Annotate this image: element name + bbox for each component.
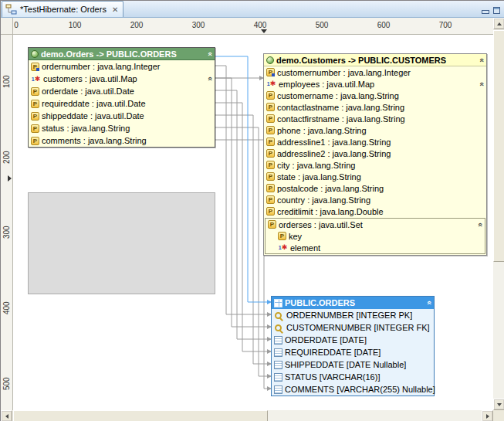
ruler-label: 100: [2, 69, 11, 95]
field-row-phone[interactable]: phone : java.lang.String: [264, 124, 486, 136]
field-row-addressline1[interactable]: addressline1 : java.lang.String: [264, 136, 486, 148]
primary-key-icon: [274, 311, 284, 320]
field-label: city : java.lang.String: [277, 161, 356, 170]
orderses-collection-box[interactable]: orderses : java.util.Set key element: [265, 218, 485, 254]
scroll-up-button[interactable]: [493, 18, 504, 29]
property-icon: [266, 184, 275, 192]
collapse-icon[interactable]: [206, 76, 214, 81]
column-label: SHIPPEDDATE [DATE Nullable]: [285, 360, 406, 369]
field-row-status[interactable]: status : java.lang.String: [29, 122, 215, 134]
mapped-class-icon: [31, 50, 39, 58]
column-row-ordernumber[interactable]: ORDERNUMBER [INTEGER PK]: [272, 309, 434, 321]
field-label: contactfirstname : java.lang.String: [277, 114, 405, 124]
field-row-orderdate[interactable]: orderdate : java.util.Date: [29, 85, 215, 97]
table-icon: [274, 299, 282, 307]
column-icon: [274, 348, 282, 357]
column-icon: [274, 373, 282, 382]
property-icon: [266, 126, 275, 134]
field-row-contactlastname[interactable]: contactlastname : java.lang.String: [264, 101, 486, 113]
property-icon: [266, 161, 275, 169]
orders-table-title: PUBLIC.ORDERS: [285, 298, 355, 307]
field-row-requireddate[interactable]: requireddate : java.util.Date: [29, 97, 215, 110]
orders-table-box[interactable]: PUBLIC.ORDERS ORDERNUMBER [INTEGER PK] C…: [271, 296, 435, 396]
column-icon: [274, 361, 282, 369]
many-to-one-icon: [278, 243, 288, 253]
collapse-icon[interactable]: [206, 52, 214, 56]
field-row-ordernumber[interactable]: ordernumber : java.lang.Integer: [29, 60, 215, 73]
field-row-creditlimit[interactable]: creditlimit : java.lang.Double: [264, 205, 486, 217]
collapse-icon[interactable]: [478, 82, 485, 87]
diagram-canvas[interactable]: demo.Orders -> PUBLIC.ORDERS ordernumber…: [13, 35, 493, 410]
vertical-ruler[interactable]: 100 200 300 400 500: [1, 35, 13, 410]
field-row-country[interactable]: country : java.lang.String: [264, 194, 486, 205]
orders-entity-header[interactable]: demo.Orders -> PUBLIC.ORDERS: [29, 48, 215, 60]
collection-row-key[interactable]: key: [266, 230, 485, 242]
field-row-postalcode[interactable]: postalcode : java.lang.String: [264, 182, 486, 194]
scroll-left-button[interactable]: [1, 410, 12, 421]
collapse-icon[interactable]: [425, 300, 433, 305]
collapse-icon[interactable]: [478, 58, 485, 63]
view-controls: [482, 7, 504, 17]
collection-header-row[interactable]: orderses : java.util.Set: [266, 219, 485, 230]
field-row-contactfirstname[interactable]: contactfirstname : java.lang.String: [264, 113, 486, 124]
ruler-label: 400: [2, 295, 11, 321]
scroll-down-icon: [497, 403, 502, 406]
field-row-shippeddate[interactable]: shippeddate : java.util.Date: [29, 110, 215, 122]
horizontal-scrollbar-thumb[interactable]: [13, 410, 268, 421]
field-label: addressline1 : java.lang.String: [277, 138, 391, 147]
column-row-status[interactable]: STATUS [VARCHAR(16)]: [272, 371, 434, 383]
field-label: customernumber : java.lang.Integer: [277, 68, 411, 77]
horizontal-ruler[interactable]: 0 100 200 300 400 500 600 700: [13, 18, 493, 35]
field-label: postalcode : java.lang.String: [277, 184, 384, 193]
collection-row-element[interactable]: element: [266, 242, 485, 253]
collapse-icon[interactable]: [476, 222, 484, 227]
column-row-requireddate[interactable]: REQUIREDDATE [DATE]: [272, 346, 434, 358]
scroll-right-button[interactable]: [482, 410, 493, 421]
column-row-orderdate[interactable]: ORDERDATE [DATE]: [272, 334, 434, 346]
ruler-guide-marker-icon[interactable]: [261, 29, 267, 33]
ruler-label: 500: [2, 371, 11, 397]
field-row-addressline2[interactable]: addressline2 : java.lang.String: [264, 148, 486, 159]
column-label: STATUS [VARCHAR(16)]: [285, 372, 380, 382]
column-icon: [274, 336, 282, 345]
column-row-customernumber[interactable]: CUSTOMERNUMBER [INTEGER FK]: [272, 321, 434, 334]
tab-close-icon[interactable]: ✕: [112, 5, 118, 14]
foreign-key-icon: [274, 323, 284, 332]
scroll-left-icon: [5, 414, 8, 419]
customers-entity-header[interactable]: demo.Customers -> PUBLIC.CUSTOMERS: [264, 54, 486, 66]
column-row-shippeddate[interactable]: SHIPPEDDATE [DATE Nullable]: [272, 358, 434, 371]
column-label: CUSTOMERNUMBER [INTEGER FK]: [286, 323, 430, 332]
editor-tab-orders[interactable]: *TestHibernate: Orders ✕: [2, 1, 123, 17]
field-label: requireddate : java.util.Date: [42, 99, 146, 108]
scroll-down-button[interactable]: [493, 399, 504, 410]
field-label: shippeddate : java.util.Date: [42, 111, 144, 121]
field-row-customers[interactable]: customers : java.util.Map: [29, 73, 215, 85]
orders-entity-box[interactable]: demo.Orders -> PUBLIC.ORDERS ordernumber…: [28, 47, 215, 148]
property-icon: [278, 232, 286, 240]
field-row-customernumber[interactable]: customernumber : java.lang.Integer: [264, 66, 486, 78]
field-row-city[interactable]: city : java.lang.String: [264, 159, 486, 171]
field-row-comments[interactable]: comments : java.lang.String: [29, 134, 215, 147]
field-row-employees[interactable]: employees : java.util.Map: [264, 78, 486, 90]
vertical-scrollbar-thumb[interactable]: [493, 30, 504, 262]
ruler-guide-marker-icon[interactable]: [8, 175, 12, 182]
property-icon: [31, 112, 39, 121]
maximize-icon[interactable]: [493, 7, 500, 14]
column-row-comments[interactable]: COMMENTS [VARCHAR(255) Nullable]: [272, 383, 434, 396]
minimize-icon[interactable]: [482, 7, 489, 14]
field-label: ordernumber : java.lang.Integer: [42, 62, 160, 71]
column-label: COMMENTS [VARCHAR(255) Nullable]: [285, 385, 435, 394]
ruler-label: 300: [2, 219, 11, 246]
orders-table-header[interactable]: PUBLIC.ORDERS: [272, 297, 434, 309]
collapsed-shape[interactable]: [28, 192, 215, 294]
field-label: customers : java.util.Map: [43, 74, 137, 83]
vertical-scrollbar[interactable]: [493, 18, 504, 410]
property-icon: [266, 114, 275, 123]
customers-entity-box[interactable]: demo.Customers -> PUBLIC.CUSTOMERS custo…: [263, 53, 487, 256]
field-row-customername[interactable]: customername : java.lang.String: [264, 90, 486, 101]
ruler-label: 500: [310, 21, 333, 29]
diagram-file-icon: [5, 4, 17, 15]
horizontal-scrollbar[interactable]: [1, 410, 493, 421]
field-label: comments : java.lang.String: [42, 136, 147, 145]
field-row-state[interactable]: state : java.lang.String: [264, 171, 486, 182]
